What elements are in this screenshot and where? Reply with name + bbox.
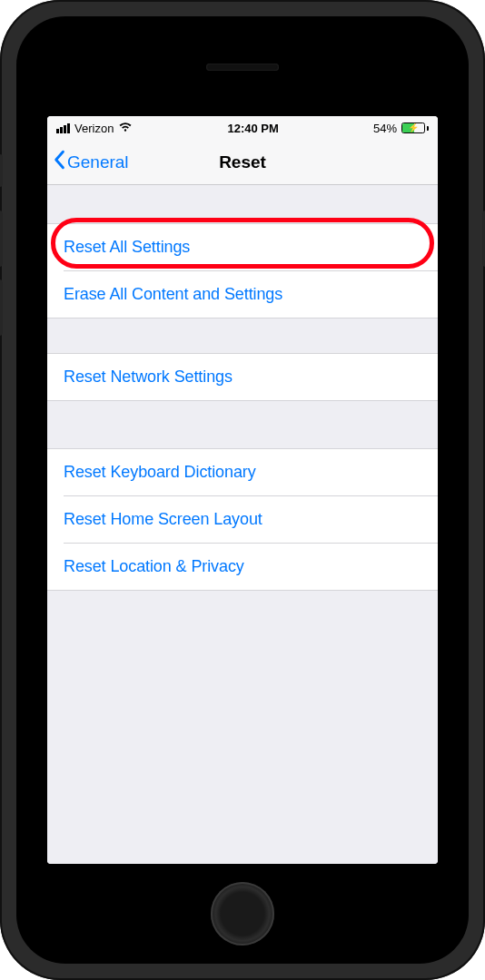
row-reset-keyboard[interactable]: Reset Keyboard Dictionary [47, 448, 438, 495]
battery-pct: 54% [373, 122, 397, 135]
back-label: General [67, 152, 129, 172]
screen: Verizon 12:40 PM 54% ⚡ [47, 116, 438, 864]
carrier-label: Verizon [74, 122, 114, 135]
page-title: Reset [219, 152, 266, 172]
row-reset-location-privacy[interactable]: Reset Location & Privacy [47, 544, 438, 591]
row-reset-network[interactable]: Reset Network Settings [47, 353, 438, 401]
wifi-icon [118, 122, 133, 135]
row-erase-all-content[interactable]: Erase All Content and Settings [47, 271, 438, 318]
chevron-left-icon [53, 150, 65, 174]
phone-frame: Verizon 12:40 PM 54% ⚡ [0, 0, 485, 980]
status-bar: Verizon 12:40 PM 54% ⚡ [47, 116, 438, 140]
nav-bar: General Reset [47, 140, 438, 185]
volume-up [0, 211, 3, 267]
row-reset-all-settings[interactable]: Reset All Settings [47, 223, 438, 270]
signal-icon [56, 123, 70, 133]
earpiece-speaker [206, 64, 279, 71]
mute-switch [0, 154, 3, 187]
content-scroll[interactable]: Reset All Settings Erase All Content and… [47, 185, 438, 864]
battery-icon: ⚡ [401, 122, 429, 133]
back-button[interactable]: General [53, 140, 129, 184]
row-reset-home-screen[interactable]: Reset Home Screen Layout [47, 496, 438, 543]
clock: 12:40 PM [227, 122, 278, 135]
volume-down [0, 279, 3, 336]
home-button [211, 882, 274, 946]
phone-bezel: Verizon 12:40 PM 54% ⚡ [16, 16, 469, 964]
